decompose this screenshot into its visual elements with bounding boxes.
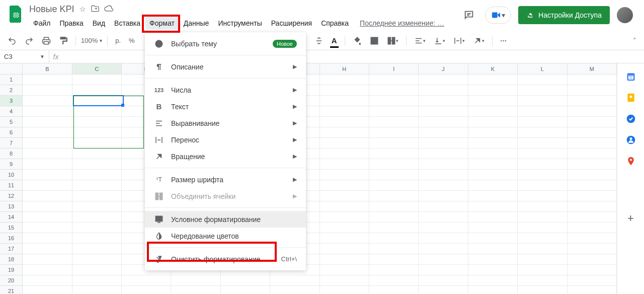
cell[interactable] — [518, 170, 567, 180]
menu-description[interactable]: Описание ▶ — [145, 58, 306, 75]
cell[interactable] — [320, 286, 369, 294]
rotate-text-icon[interactable]: ▾ — [470, 34, 487, 47]
menu-wrapping[interactable]: Перенос ▶ — [145, 131, 306, 148]
cell[interactable] — [468, 233, 518, 244]
menu-rotation[interactable]: Вращение ▶ — [145, 148, 306, 165]
cell[interactable] — [518, 286, 567, 294]
spreadsheet-grid[interactable]: BCDEFGHIJKLM 123456789101112131415161718… — [0, 63, 617, 294]
cell[interactable] — [72, 106, 122, 117]
halign-icon[interactable]: ▾ — [412, 34, 428, 47]
cell[interactable] — [23, 127, 72, 138]
cell[interactable] — [568, 201, 617, 212]
cell[interactable] — [468, 212, 518, 223]
cell[interactable] — [72, 223, 122, 233]
row-header[interactable]: 6 — [0, 127, 23, 138]
menu-clear-formatting[interactable]: Очистить форматирование Ctrl+\ — [145, 251, 306, 267]
cell[interactable] — [419, 244, 468, 254]
cell[interactable] — [419, 85, 468, 96]
cell[interactable] — [419, 223, 468, 233]
cell[interactable] — [320, 212, 369, 223]
menu-tools[interactable]: Инструменты — [214, 17, 266, 29]
cell[interactable] — [568, 106, 617, 117]
cell[interactable] — [468, 286, 518, 294]
cell[interactable] — [518, 254, 567, 265]
cell[interactable] — [23, 75, 72, 85]
menu-data[interactable]: Данные — [180, 17, 213, 29]
cell[interactable] — [419, 233, 468, 244]
cell[interactable] — [122, 275, 171, 286]
cell[interactable] — [468, 75, 518, 85]
cell[interactable] — [419, 170, 468, 180]
currency-format[interactable]: р. — [113, 35, 123, 46]
cell[interactable] — [568, 170, 617, 180]
cell[interactable] — [568, 159, 617, 170]
cell[interactable] — [23, 286, 72, 294]
menu-conditional-formatting[interactable]: Условное форматирование — [145, 211, 306, 228]
cell[interactable] — [518, 265, 567, 275]
cell[interactable] — [369, 286, 419, 294]
cell[interactable] — [568, 244, 617, 254]
cell[interactable] — [270, 286, 319, 294]
cell[interactable] — [568, 75, 617, 85]
row-header[interactable]: 4 — [0, 106, 23, 117]
cell[interactable] — [369, 244, 419, 254]
cell[interactable] — [419, 96, 468, 106]
cell[interactable] — [72, 159, 122, 170]
cell[interactable] — [369, 191, 419, 201]
cell[interactable] — [369, 254, 419, 265]
cell[interactable] — [369, 223, 419, 233]
cell[interactable] — [72, 75, 122, 85]
cell[interactable] — [23, 233, 72, 244]
row-header[interactable]: 8 — [0, 149, 23, 159]
cell[interactable] — [320, 191, 369, 201]
wrap-icon[interactable]: ▾ — [451, 34, 467, 47]
menu-edit[interactable]: Правка — [55, 17, 87, 29]
row-header[interactable]: 12 — [0, 191, 23, 201]
move-icon[interactable] — [91, 5, 99, 14]
cell[interactable] — [419, 275, 468, 286]
cell[interactable] — [23, 85, 72, 96]
cell[interactable] — [568, 127, 617, 138]
cell[interactable] — [72, 254, 122, 265]
cell[interactable] — [23, 275, 72, 286]
cloud-status-icon[interactable] — [104, 5, 113, 14]
cell[interactable] — [320, 223, 369, 233]
cell[interactable] — [369, 170, 419, 180]
cell[interactable] — [320, 127, 369, 138]
cell[interactable] — [468, 180, 518, 191]
cell[interactable] — [320, 254, 369, 265]
cell[interactable] — [419, 191, 468, 201]
cell[interactable] — [568, 191, 617, 201]
cell[interactable] — [72, 117, 122, 127]
menu-alignment[interactable]: Выравнивание ▶ — [145, 115, 306, 131]
valign-icon[interactable]: ▾ — [431, 34, 448, 47]
cell[interactable] — [23, 244, 72, 254]
cell[interactable] — [23, 191, 72, 201]
cell[interactable] — [72, 286, 122, 294]
cell[interactable] — [568, 149, 617, 159]
cell[interactable] — [468, 265, 518, 275]
cell[interactable] — [568, 223, 617, 233]
menu-text[interactable]: B Текст ▶ — [145, 98, 306, 115]
cell[interactable] — [419, 201, 468, 212]
cell[interactable] — [369, 138, 419, 149]
cell[interactable] — [369, 275, 419, 286]
cell[interactable] — [320, 265, 369, 275]
cell[interactable] — [568, 180, 617, 191]
cell[interactable] — [369, 212, 419, 223]
strike-icon[interactable] — [312, 34, 326, 47]
cell[interactable] — [72, 96, 122, 106]
zoom-select[interactable]: 100% ▾ — [81, 37, 102, 44]
borders-icon[interactable] — [367, 34, 381, 47]
cell[interactable] — [320, 275, 369, 286]
cell[interactable] — [320, 96, 369, 106]
last-change-link[interactable]: Последнее изменение: … — [360, 19, 444, 27]
cell[interactable] — [23, 201, 72, 212]
comments-icon[interactable] — [460, 6, 478, 24]
cell[interactable] — [518, 191, 567, 201]
cell[interactable] — [518, 96, 567, 106]
cell[interactable] — [320, 159, 369, 170]
cell[interactable] — [270, 275, 319, 286]
cell[interactable] — [23, 212, 72, 223]
cell[interactable] — [23, 106, 72, 117]
